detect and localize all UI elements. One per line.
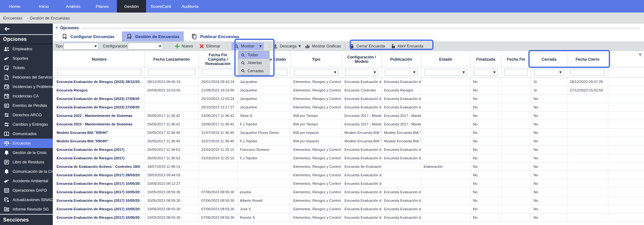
nav-tab-planes[interactable]: Planes — [88, 0, 117, 13]
column-header-configuracion-modelo[interactable]: Configuración / Modelo — [342, 52, 381, 67]
filter-input-fecha-cierre[interactable] — [570, 69, 605, 75]
sidebar-sections-header[interactable]: Secciones — [0, 214, 53, 225]
cell-nombre: Modelo Encuesta BIA "RRHH" — [54, 137, 145, 145]
nav-tab-inicio[interactable]: Inicio — [29, 0, 58, 13]
survey-name-link[interactable]: Encuesta Evaluación de Riesgos (2023) 27… — [57, 105, 139, 109]
mostrar-menu-item-abiertas[interactable]: Abiertas — [238, 59, 269, 67]
column-header-publicacion[interactable]: Publicación — [381, 52, 421, 67]
nuevo-button[interactable]: Nuevo — [175, 44, 193, 49]
filter-input-fecha-lanzamiento[interactable] — [148, 69, 195, 75]
nav-tab-gestion[interactable]: Gestión — [117, 0, 146, 13]
filter-select-publicacion[interactable]: ▼ — [385, 69, 418, 76]
filter-select-tipo[interactable]: ▼ — [294, 69, 339, 76]
survey-name-link[interactable]: Encuesta Riesgos — [57, 88, 88, 92]
column-header-fecha-cierre[interactable]: Fecha Cierre — [567, 52, 608, 67]
survey-name-link[interactable]: Encuesta 2022 - Mantenimiento de Sistema… — [57, 114, 133, 118]
sidebar-item-eventos-de-perdida[interactable]: Eventos de Pérdida — [0, 101, 53, 110]
nav-tab-auditoria[interactable]: Auditoría — [175, 0, 205, 13]
table-row: Encuesta Evaluación de Riesgos (2017) 10… — [54, 179, 644, 188]
sidebar-item-derechos-arco[interactable]: Derechos ARCO — [0, 110, 53, 120]
sidebar-item-incidencias-y-problemas[interactable]: Incidencias y Problemas — [0, 82, 53, 91]
mostrar-menu-item-todas[interactable]: Todas — [238, 51, 269, 59]
sidebar-item-encuestas[interactable]: Encuestas — [0, 139, 53, 148]
survey-name-link[interactable]: Encuesta Evaluación de Riesgos (2023) 27… — [57, 97, 139, 101]
sidebar-item-gestion-de-la-crisis[interactable]: Gestión de la Crisis — [0, 148, 53, 157]
mostrar-button[interactable]: Mostrar ▼ — [232, 42, 264, 50]
sidebar-item-peticiones-del-servicio[interactable]: Peticiones del Servicio — [0, 73, 53, 82]
sidebar-item-incidencias-ca[interactable]: Incidencias CA — [0, 91, 53, 101]
cell-responsable-de-estado: F.J.Tejedor — [237, 137, 291, 145]
cell-estado — [421, 145, 470, 154]
column-header-fecha-fin[interactable]: Fecha Fin — [501, 52, 531, 67]
column-header-estado[interactable]: Estado — [421, 52, 470, 67]
survey-name-link[interactable]: Encuesta Evaluación de Riesgos (2017) 10… — [57, 190, 141, 194]
survey-name-link[interactable]: Encuesta Evaluación de Riesgos (2017) 10… — [57, 199, 141, 202]
sidebar-item-comunicacion-de-la-crisis[interactable]: Comunicación de la Crisis — [0, 167, 53, 176]
chevron-down-icon: ▼ — [374, 71, 376, 74]
filter-input-fecha-fin-campana-reevaluacion[interactable] — [202, 69, 234, 75]
column-header-nombre[interactable]: Nombre — [54, 52, 145, 67]
survey-name-link[interactable]: Encuesta Evaluación de Riesgos (2017) — [57, 156, 124, 160]
filter-select-cerrada[interactable]: ▼ — [534, 69, 564, 76]
survey-name-link[interactable]: Encuesta 2023 - Mantenimiento de Sistema… — [57, 122, 133, 126]
eliminar-button[interactable]: Eliminar — [199, 44, 220, 49]
cell-publicacion: Modelo Encuesta BIA "RR — [381, 128, 421, 137]
survey-name-link[interactable]: Encuesta Evaluación de Riesgos (2023) 28… — [57, 80, 141, 84]
sidebar-item-informe-revision-sg[interactable]: Informe Revisión SG — [0, 205, 53, 214]
cell-nombre: Encuesta Evaluación de Riesgos (2017) 10… — [54, 205, 145, 213]
survey-name-link[interactable]: Encuesta Evaluación de Riesgos (2017) 28… — [57, 173, 141, 177]
sidebar-item-label: Tickets — [13, 66, 25, 70]
sidebar-item-tickets[interactable]: Tickets — [0, 63, 53, 73]
sidebar-item-accidente-ambiental[interactable]: Accidente Ambiental — [0, 176, 53, 186]
configuracion-select[interactable]: ▼ — [128, 43, 163, 50]
breadcrumb-section[interactable]: Encuestas — [3, 16, 22, 20]
filter-select-estado[interactable]: ▼ — [424, 69, 467, 76]
survey-name-link[interactable]: Encuesta Evaluación de Riesgos (2017) 10… — [57, 182, 141, 185]
descarga-button[interactable]: Descarga ▼ — [273, 44, 301, 49]
survey-name-link[interactable]: Encuesta Evaluación de Riesgos (2017) 10… — [57, 216, 141, 219]
mostrar-menu-item-cerradas[interactable]: Cerradas — [238, 67, 269, 75]
divider — [81, 28, 640, 28]
nav-tab-home[interactable]: Home — [0, 0, 29, 13]
nav-tab-analisis[interactable]: Análisis — [58, 0, 88, 13]
survey-name-link[interactable]: Modelo Encuesta BIA "RRHH" — [57, 139, 108, 143]
sidebar-item-cambios-y-entregas[interactable]: Cambios y Entregas — [0, 120, 53, 129]
tab-publicar-encuestas[interactable]: Publicar Encuestas — [187, 31, 244, 41]
survey-name-link[interactable]: Encuesta Evaluación de Riesgos (2017) 10… — [57, 207, 141, 211]
cerrar-encuesta-label: Cerrar Encuesta — [356, 44, 385, 48]
filter-row: ▼▼▼▼▼▼ — [54, 67, 644, 77]
column-header-fecha-lanzamiento[interactable]: Fecha Lanzamiento — [145, 52, 199, 67]
sidebar-item-operaciones-dafo[interactable]: Operaciones DAFO — [0, 186, 53, 195]
sidebar-item-soportes[interactable]: Soportes — [0, 54, 53, 63]
column-header-tipo[interactable]: Tipo — [291, 52, 342, 67]
survey-name-link[interactable]: Encuesta de Evaluación Activos - Control… — [57, 165, 140, 168]
tab-configurar-encuestas[interactable]: Configurar Encuestas — [57, 31, 119, 41]
mostrar-graficas-button[interactable]: Mostrar Gráficas — [305, 44, 341, 49]
tipo-select[interactable]: ▼ — [63, 43, 99, 50]
sidebar-item-actualizaciones-sinac[interactable]: Actualizaciones SINAC — [0, 195, 53, 205]
cell-fecha-lanzamiento: 26/05/2017 11:36:53 — [145, 154, 199, 162]
filter-input-fecha-fin[interactable] — [505, 69, 528, 75]
collapse-caret-icon[interactable]: ▼ — [55, 26, 58, 30]
sidebar-item-comunicados[interactable]: Comunicados — [0, 129, 53, 139]
filter-select-finalizada[interactable]: ▼ — [474, 69, 498, 76]
column-header-finalizada[interactable]: Finalizada — [470, 52, 501, 67]
survey-name-link[interactable]: Encuesta Evaluación de Riesgos (2017) — [57, 148, 124, 151]
survey-name-link[interactable]: Modelo Encuesta BIA "RRHH" — [57, 131, 108, 134]
divider — [345, 43, 345, 50]
nav-tab-scorecard[interactable]: ScoreCard — [146, 0, 175, 13]
cell-tipo: Elementos, Riesgos y Control — [291, 103, 342, 111]
column-header-fecha-fin-campana-reevaluacion[interactable]: Fecha Fin Campaña / Reevaluación — [199, 52, 237, 67]
filter-input-nombre[interactable] — [57, 69, 141, 75]
abrir-encuesta-button[interactable]: Abrir Encuesta — [391, 44, 423, 49]
sidebar-item-libro-de-residuos[interactable]: Libro de Residuos — [0, 157, 53, 167]
filter-funnel-icon[interactable] — [638, 53, 642, 57]
column-header-cerrada[interactable]: Cerrada — [531, 52, 567, 67]
mostrar-dropdown-arrow[interactable]: ▼ — [257, 42, 264, 50]
sidebar-collapse-button[interactable] — [0, 24, 53, 35]
tab-gestion-de-encuestas[interactable]: Gestión de Encuestas — [122, 31, 184, 41]
filter-select-configuracion-modelo[interactable]: ▼ — [345, 69, 378, 76]
cerrar-encuesta-button[interactable]: Cerrar Encuesta — [349, 44, 385, 49]
menu-item-label: Abiertas — [248, 61, 262, 65]
sidebar-item-empleados[interactable]: Empleados — [0, 44, 53, 54]
